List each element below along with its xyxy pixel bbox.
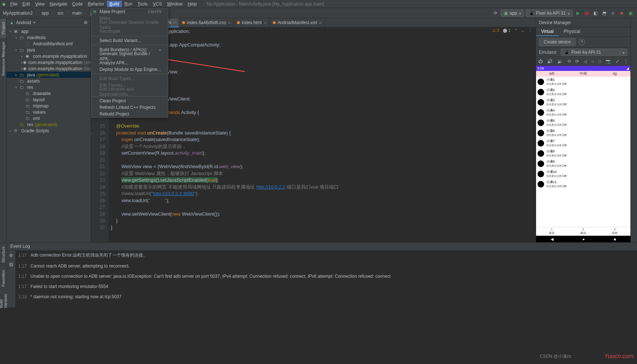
list-item[interactable]: 小满11你也喜欢深夜买醉 (536, 179, 630, 189)
menu-vcs[interactable]: VCS (150, 1, 165, 7)
virtual-tab[interactable]: Virtual (536, 27, 559, 36)
tree-node[interactable]: ▸⚙Gradle Scripts (7, 128, 91, 134)
filter-icon[interactable]: ▤ (9, 262, 13, 267)
event-log-header[interactable]: Event Log (7, 243, 637, 251)
list-item[interactable]: 小满8你也喜欢深夜买醉 (536, 148, 630, 159)
tree-node[interactable]: 🗀values (7, 109, 91, 115)
list-item[interactable]: 小满2你也喜欢深夜买醉 (536, 87, 630, 97)
list-item[interactable]: 小满3你也喜欢深夜买醉 (536, 97, 630, 107)
sys-recent-icon[interactable]: ■ (614, 237, 616, 241)
phone-nav-item[interactable]: 3信息 (599, 227, 630, 236)
list-item[interactable]: 小满4你也喜欢深夜买醉 (536, 107, 630, 118)
create-device-button[interactable]: Create device (539, 38, 576, 46)
editor-inspection-strip[interactable]: ⚠ 3 ⬤ 1 ⌃⌄⋮ (489, 27, 536, 34)
close-icon[interactable]: ✕ (264, 21, 267, 25)
help-icon[interactable]: ? (578, 39, 585, 45)
menu-edit[interactable]: Edit (20, 1, 33, 7)
screenshot-icon[interactable]: 📷 (606, 59, 611, 64)
avd-manager-icon[interactable]: ▣ (627, 10, 634, 17)
project-view-label[interactable]: Android (16, 20, 31, 25)
menu-tools[interactable]: Tools (135, 1, 150, 7)
menu-item-make-project[interactable]: ⚒Make ProjectCtrl+F9 (91, 8, 168, 15)
close-icon[interactable]: ✕ (173, 20, 176, 24)
settings-icon[interactable]: ⚙ (9, 253, 13, 258)
coverage-button-icon[interactable]: ⬒ (600, 10, 608, 17)
menu-view[interactable]: View (33, 1, 47, 7)
project-tool-tab[interactable]: Project (0, 18, 6, 38)
volume-up-icon[interactable]: 🔊 (547, 59, 553, 64)
menu-code[interactable]: Code (69, 1, 85, 7)
list-item[interactable]: 小满10你也喜欢深夜买醉 (536, 169, 630, 179)
breadcrumb-item[interactable]: MyApplication2 (3, 11, 33, 16)
sys-back-icon[interactable]: ◀ (551, 237, 554, 241)
tree-node[interactable]: 🗀layout (7, 96, 91, 103)
close-icon[interactable]: ✕ (228, 21, 231, 25)
list-item[interactable]: 小满7你也喜欢深夜买醉 (536, 138, 630, 148)
sys-home-icon[interactable]: ● (583, 237, 585, 241)
menu-refactor[interactable]: Refactor (85, 1, 107, 7)
tree-node[interactable]: ▸◉com.example.myapplication(test) (7, 65, 91, 72)
build-variants-tab[interactable]: Build Variants (0, 290, 8, 312)
back-icon[interactable]: ◁ (584, 59, 587, 64)
tree-node[interactable]: ▸◉com.example.myapplication(andro (7, 59, 91, 65)
tree-node[interactable]: ▸🗀java(generated) (7, 72, 91, 78)
menu-run[interactable]: Run (122, 1, 135, 7)
tree-node[interactable]: 🗀drawable (7, 90, 91, 96)
tree-node[interactable]: 🗀res(generated) (7, 121, 91, 128)
list-item[interactable]: 小满5你也喜欢深夜买醉 (536, 118, 630, 128)
menu-item-clean-project[interactable]: Clean Project (91, 98, 168, 104)
phone-nav-item[interactable]: 1首页 (536, 227, 568, 236)
gear-icon[interactable]: ⚙ (84, 20, 88, 25)
more-icon[interactable]: ⋮ (624, 59, 628, 64)
tree-node[interactable]: ▾🗀res (7, 84, 91, 90)
breadcrumb-item[interactable]: src (57, 11, 63, 16)
tree-node[interactable]: ▾🗀manifests (7, 34, 91, 41)
debug-button-icon[interactable]: 🐞 (583, 10, 590, 17)
close-icon[interactable]: ✕ (319, 21, 322, 25)
menu-item-rebuild-project[interactable]: Rebuild Project (91, 111, 168, 117)
profile-button-icon[interactable]: ◧ (592, 10, 599, 17)
favorites-tab[interactable]: Favorites (0, 266, 6, 290)
menu-item-deploy-module-to-app-engine-[interactable]: Deploy Module to App Engine... (91, 66, 168, 73)
run-config-selector[interactable]: ▣app▼ (501, 10, 524, 17)
editor-tab[interactable]: AndroidManifest.xml✕ (270, 18, 325, 27)
zoom-icon[interactable]: ⤢ (615, 59, 619, 64)
list-item[interactable]: 小满9你也喜欢深夜买醉 (536, 159, 630, 169)
event-log-content[interactable]: 1:17Adb connection Error:远程主机强迫关闭了一个现有的连… (15, 251, 637, 307)
volume-down-icon[interactable]: 🔉 (557, 59, 563, 64)
phone-tab[interactable]: left (536, 71, 568, 77)
code-editor[interactable]: package com.example.myapplication; impor… (109, 27, 536, 242)
menu-item-analyze-apk-[interactable]: Analyze APK... (91, 60, 168, 66)
project-tree[interactable]: ▾▣app▾🗀manifests⬚AndroidManifest.xml▾🗀ja… (7, 27, 91, 242)
overview-icon[interactable]: □ (599, 59, 601, 64)
sync-icon[interactable]: ⟳ (492, 10, 499, 17)
tree-node[interactable]: 🗀xml (7, 115, 91, 121)
menu-item-select-build-variant-[interactable]: Select Build Variant... (91, 37, 168, 44)
emulator-device-selector[interactable]: 📱Pixel 4a API 31▼ (561, 49, 627, 56)
power-icon[interactable]: ⏻ (538, 59, 543, 64)
phone-nav-item[interactable]: 2商品 (568, 227, 599, 236)
tree-node[interactable]: 🗀assets (7, 78, 91, 84)
attach-button-icon[interactable]: ⎋ (609, 10, 617, 17)
list-item[interactable]: 小满1你也喜欢深夜买醉 (536, 77, 630, 87)
tree-node[interactable]: ⬚AndroidManifest.xml (7, 41, 91, 47)
structure-tab[interactable]: Structure (0, 243, 6, 266)
device-selector[interactable]: 📱Pixel 4a API 31▼ (525, 10, 573, 17)
menu-navigate[interactable]: Navigate (47, 1, 69, 7)
phone-tab[interactable]: rig (599, 71, 630, 77)
run-button-icon[interactable]: ▶ (574, 10, 581, 17)
tree-node[interactable]: ▾▣app (7, 28, 91, 34)
menu-item-generate-signed-bundle-apk-[interactable]: Generate Signed Bundle / APK... (91, 53, 168, 60)
breadcrumb-item[interactable]: main (72, 11, 82, 16)
physical-tab[interactable]: Physical (559, 27, 585, 36)
phone-tab[interactable]: 中间 (568, 71, 599, 77)
menu-build[interactable]: Build (107, 1, 122, 7)
rotate-right-icon[interactable]: ⟳ (575, 59, 579, 64)
emulator-screen[interactable]: 5:09◢ left中间rig 小满1你也喜欢深夜买醉小满2你也喜欢深夜买醉小满… (536, 66, 630, 242)
home-icon[interactable]: ○ (591, 59, 594, 64)
editor-tab[interactable]: index.html✕ (234, 18, 270, 27)
menu-help[interactable]: Help (185, 1, 199, 7)
editor-tab[interactable]: index.6a46d5d6.css✕ (179, 18, 234, 27)
menu-window[interactable]: Window (165, 1, 185, 7)
tree-node[interactable]: 🗀mipmap (7, 103, 91, 109)
